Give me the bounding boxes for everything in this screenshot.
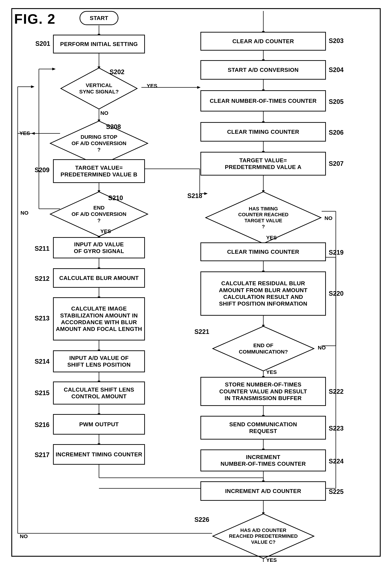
box-s207: TARGET VALUE= PREDETERMINED VALUE A [201,152,326,176]
svg-marker-5 [197,86,201,89]
s206-text: CLEAR TIMING COUNTER [227,129,299,135]
s225-text: INCREMENT A/D COUNTER [225,488,301,494]
s208-text: DURING STOP OF A/D CONVERSION ? [70,132,128,155]
s213-text: CALCULATE IMAGE STABILIZATION AMOUNT IN … [56,305,142,332]
s216-text: PWM OUTPUT [79,421,119,428]
label-s216: S216 [35,421,49,429]
label-s215: S215 [35,389,49,397]
box-s212: CALCULATE BLUR AMOUNT [53,268,145,288]
box-s201: PERFORM INITIAL SETTING [53,35,145,53]
svg-marker-73 [52,68,56,70]
s210-no: NO [21,210,28,216]
label-s210: S210 [108,194,123,202]
diamond-s210: END OF A/D CONVERSION ? [49,191,148,237]
s212-text: CALCULATE BLUR AMOUNT [59,275,139,281]
s221-yes: YES [266,369,277,375]
label-s205: S205 [329,98,344,105]
label-s218: S218 [187,192,202,199]
box-s222: STORE NUMBER-OF-TIMES COUNTER VALUE AND … [201,377,326,406]
s210-text: END OF A/D CONVERSION ? [70,203,128,225]
label-s203: S203 [329,37,344,45]
s218-no: NO [325,215,332,221]
s222-text: STORE NUMBER-OF-TIMES COUNTER VALUE AND … [219,381,307,401]
s221-text: END OF COMMUNICATION? [237,340,290,357]
s211-text: INPUT A/D VALUE OF GYRO SIGNAL [74,241,124,255]
svg-marker-69 [32,132,35,135]
label-s220: S220 [329,290,344,297]
s210-yes: YES [101,228,111,234]
diamond-s226: HAS A/D COUNTER REACHED PREDETERMINED VA… [212,513,314,559]
s224-text: INCREMENT NUMBER-OF-TIMES COUNTER [221,454,306,467]
label-s222: S222 [329,388,344,395]
box-s203: CLEAR A/D COUNTER [201,32,326,51]
label-s209: S209 [35,166,49,174]
label-s207: S207 [329,160,344,167]
label-s214: S214 [35,358,49,365]
diamond-s202: VERTICAL SYNC SIGNAL? [60,67,138,110]
label-s206: S206 [329,129,344,136]
s215-text: CALCULATE SHIFT LENS CONTROL AMOUNT [64,386,134,400]
s217-text: INCREMENT TIMING COUNTER [56,451,142,458]
label-s219: S219 [329,249,344,256]
box-s214: INPUT A/D VALUE OF SHIFT LENS POSITION [53,350,145,372]
fig-title: FIG. 2 [14,11,56,27]
label-s204: S204 [329,66,344,74]
box-s213: CALCULATE IMAGE STABILIZATION AMOUNT IN … [53,297,145,340]
s226-text: HAS A/D COUNTER REACHED PREDETERMINED VA… [227,526,300,547]
box-s206: CLEAR TIMING COUNTER [201,122,326,141]
s207-text: TARGET VALUE= PREDETERMINED VALUE A [225,157,302,171]
label-s208: S208 [106,123,121,131]
diamond-s218: HAS TIMING COUNTER REACHED TARGET VALUE … [205,191,322,244]
box-s204: START A/D CONVERSION [201,60,326,80]
start-text: START [90,15,108,21]
label-s223: S223 [329,425,344,432]
box-s224: INCREMENT NUMBER-OF-TIMES COUNTER [201,449,326,471]
box-s205: CLEAR NUMBER-OF-TIMES COUNTER [201,90,326,111]
s218-yes: YES [266,235,277,241]
s226-no: NO [20,533,28,539]
box-s223: SEND COMMUNICATION REQUEST [201,416,326,440]
label-s201: S201 [35,40,50,47]
s203-text: CLEAR A/D COUNTER [232,38,294,45]
s218-text: HAS TIMING COUNTER REACHED TARGET VALUE … [236,204,290,231]
label-s211: S211 [35,245,49,252]
label-s224: S224 [329,457,344,465]
s202-yes: YES [147,83,157,89]
s205-text: CLEAR NUMBER-OF-TIMES COUNTER [210,97,317,104]
s226-yes: YES [266,557,277,562]
box-s225: INCREMENT A/D COUNTER [201,481,326,501]
s208-yes: YES [19,130,30,136]
box-s211: INPUT A/D VALUE OF GYRO SIGNAL [53,237,145,258]
s209-text: TARGET VALUE= PREDETERMINED VALUE B [61,164,137,178]
s201-text: PERFORM INITIAL SETTING [60,41,138,47]
s214-text: INPUT A/D VALUE OF SHIFT LENS POSITION [67,355,131,368]
label-s213: S213 [35,315,49,322]
box-s209: TARGET VALUE= PREDETERMINED VALUE B [53,159,145,183]
start-oval: START [79,11,118,25]
label-s221: S221 [194,328,209,336]
diamond-s221: END OF COMMUNICATION? [212,326,314,372]
label-s217: S217 [35,451,49,459]
label-s225: S225 [329,488,344,495]
s202-no: NO [101,110,108,116]
box-s216: PWM OUTPUT [53,414,145,434]
label-s202: S202 [110,68,124,76]
label-s226: S226 [194,516,209,523]
svg-marker-65 [31,85,34,88]
s223-text: SEND COMMUNICATION REQUEST [229,421,297,434]
s221-no: NO [318,345,326,351]
s204-text: START A/D CONVERSION [228,67,299,73]
s220-text: CALCULATE RESIDUAL BLUR AMOUNT FROM BLUR… [219,280,308,307]
box-s219: CLEAR TIMING COUNTER [201,242,326,261]
s219-text: CLEAR TIMING COUNTER [227,248,299,255]
box-s215: CALCULATE SHIFT LENS CONTROL AMOUNT [53,382,145,405]
box-s217: INCREMENT TIMING COUNTER [53,444,145,465]
box-s220: CALCULATE RESIDUAL BLUR AMOUNT FROM BLUR… [201,271,326,316]
s202-text: VERTICAL SYNC SIGNAL? [78,80,120,97]
label-s212: S212 [35,275,49,282]
